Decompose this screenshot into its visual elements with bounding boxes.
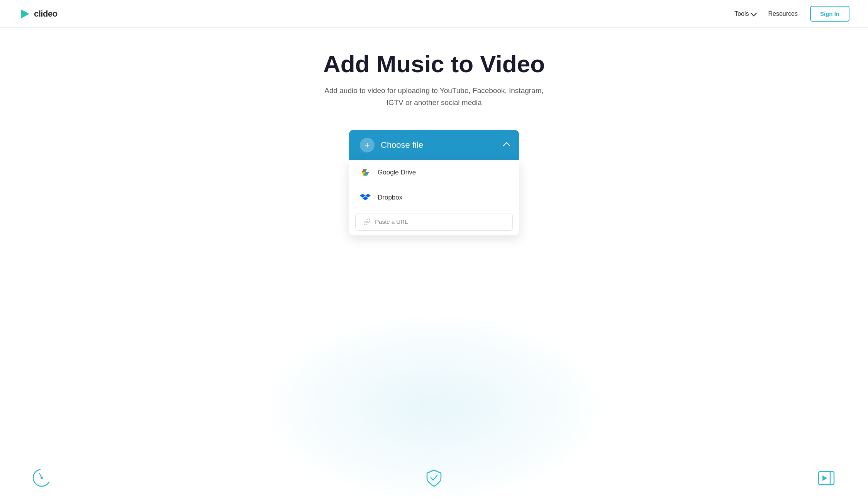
- page-title: Add Music to Video: [323, 51, 545, 77]
- google-drive-icon: [360, 167, 371, 178]
- dropdown-menu: Google Drive Dropbox: [349, 160, 519, 235]
- link-icon: [363, 218, 370, 226]
- nav-tools[interactable]: Tools: [734, 10, 756, 17]
- header: clideo Tools Resources Sign In: [0, 0, 868, 28]
- dropdown-toggle-button[interactable]: [494, 131, 519, 159]
- upload-widget: + Choose file: [349, 130, 519, 235]
- url-input[interactable]: [375, 218, 505, 225]
- svg-marker-15: [822, 475, 827, 481]
- tools-label: Tools: [734, 10, 749, 17]
- svg-marker-0: [21, 9, 29, 19]
- speedometer-icon: [31, 467, 53, 489]
- nav-resources[interactable]: Resources: [768, 10, 798, 17]
- logo-icon: [19, 8, 31, 20]
- google-drive-option[interactable]: Google Drive: [349, 160, 519, 185]
- dropbox-option[interactable]: Dropbox: [349, 185, 519, 210]
- shield-feature-icon: [423, 467, 445, 489]
- page-subtitle: Add audio to video for uploading to YouT…: [318, 85, 550, 108]
- speed-feature-icon: [31, 467, 53, 489]
- content-area: Add Music to Video Add audio to video fo…: [0, 51, 868, 235]
- logo[interactable]: clideo: [19, 8, 58, 20]
- shield-check-icon: [423, 467, 445, 489]
- google-drive-label: Google Drive: [378, 169, 416, 176]
- play-square-icon: [815, 467, 837, 489]
- svg-line-12: [39, 473, 42, 478]
- plus-circle-icon: +: [360, 138, 375, 152]
- logo-text: clideo: [34, 9, 58, 19]
- play-feature-icon: [815, 467, 837, 489]
- choose-file-button[interactable]: + Choose file: [349, 130, 519, 160]
- plus-icon: +: [364, 140, 370, 150]
- chevron-up-icon: [503, 142, 510, 150]
- dropbox-label: Dropbox: [378, 194, 402, 201]
- choose-file-main-area[interactable]: + Choose file: [349, 130, 494, 160]
- sign-in-button[interactable]: Sign In: [810, 6, 849, 22]
- bottom-features: [0, 467, 868, 489]
- url-input-row[interactable]: [355, 213, 513, 231]
- chevron-down-icon: [750, 10, 757, 17]
- main-content: Add Music to Video Add audio to video fo…: [0, 28, 868, 504]
- nav: Tools Resources Sign In: [734, 6, 849, 22]
- dropbox-icon: [360, 192, 371, 203]
- choose-file-label: Choose file: [381, 140, 423, 150]
